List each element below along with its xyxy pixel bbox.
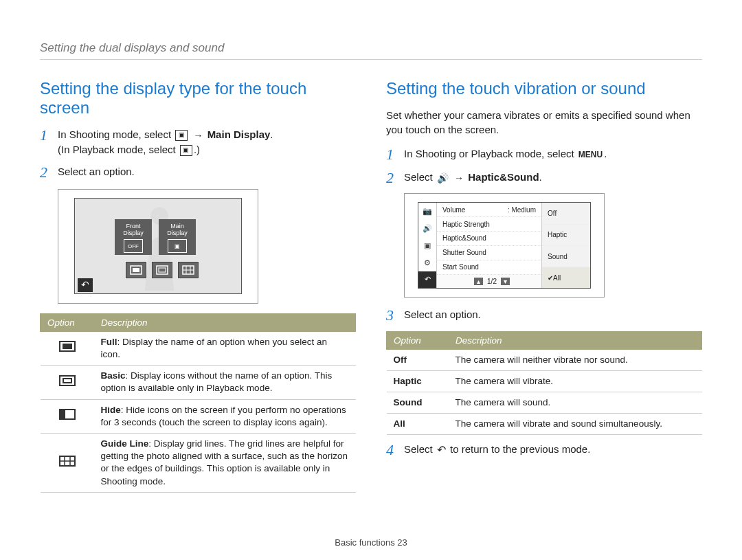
svg-rect-11 bbox=[60, 376, 75, 385]
table-row: AllThe camera will vibrate and sound sim… bbox=[387, 414, 702, 435]
intro-text: Set whether your camera vibrates or emit… bbox=[386, 108, 702, 137]
step-body: In Shooting mode, select ▣ → Main Displa… bbox=[58, 127, 356, 157]
menu-item-haptic-sound[interactable]: Haptic&Sound bbox=[437, 232, 541, 246]
screenshot-display-type: Front Display OFF Main Display ▣ bbox=[58, 189, 258, 304]
table-row: OffThe camera will neither vibrate nor s… bbox=[387, 349, 702, 370]
menu-item-shutter-sound[interactable]: Shutter Sound bbox=[437, 246, 541, 260]
breadcrumb: Setting the dual displays and sound bbox=[40, 41, 702, 55]
table-row: HapticThe camera will vibrate. bbox=[387, 370, 702, 392]
full-icon bbox=[58, 339, 76, 353]
svg-rect-4 bbox=[159, 268, 166, 272]
sound-icon: 🔊 bbox=[437, 174, 449, 182]
right-step-1: 1 In Shooting or Playback mode, select M… bbox=[386, 146, 702, 163]
table-row: Hide: Hide icons on the screen if you pe… bbox=[41, 399, 356, 433]
step-number: 2 bbox=[40, 164, 58, 181]
option-haptic[interactable]: Haptic bbox=[542, 225, 590, 246]
display-mode-icon: ▣ bbox=[168, 239, 187, 253]
haptic-options-table: Option Description OffThe camera will ne… bbox=[386, 331, 702, 436]
display-icon: ▣ bbox=[180, 145, 192, 156]
back-button[interactable]: ↶ bbox=[78, 278, 93, 292]
front-display-card[interactable]: Front Display OFF bbox=[115, 219, 152, 255]
right-step-4: 4 Select ↶ to return to the previous mod… bbox=[386, 442, 702, 458]
right-column: Setting the touch vibration or sound Set… bbox=[386, 79, 702, 500]
left-step-1: 1 In Shooting mode, select ▣ → Main Disp… bbox=[40, 127, 356, 157]
step-number: 4 bbox=[386, 442, 404, 458]
menu-list: Volume: Medium Haptic Strength Haptic&So… bbox=[437, 203, 541, 288]
left-column: Setting the display type for the touch s… bbox=[40, 79, 356, 500]
svg-rect-2 bbox=[133, 268, 139, 272]
step-number: 1 bbox=[40, 127, 58, 144]
step-number: 2 bbox=[386, 170, 404, 186]
table-header-option: Option bbox=[387, 331, 449, 349]
columns: Setting the display type for the touch s… bbox=[40, 79, 702, 500]
svg-rect-10 bbox=[63, 344, 72, 349]
right-heading: Setting the touch vibration or sound bbox=[386, 79, 702, 98]
camera-screen: 📷 🔊 ▣ ⚙ ↶ Volume: Medium Haptic Strength… bbox=[418, 202, 591, 289]
page-footer: Basic functions 23 bbox=[0, 537, 742, 548]
option-off[interactable]: Off bbox=[542, 203, 590, 224]
page-up-icon[interactable]: ▴ bbox=[474, 278, 483, 285]
option-all[interactable]: ✔ All bbox=[542, 267, 590, 288]
camera-screen: Front Display OFF Main Display ▣ bbox=[74, 198, 242, 294]
display-tab-icon[interactable]: ▣ bbox=[418, 237, 436, 254]
svg-rect-12 bbox=[63, 379, 71, 383]
right-step-3: 3 Select an option. bbox=[386, 307, 702, 324]
arrow-icon: → bbox=[454, 174, 464, 182]
table-row: Full: Display the name of an option when… bbox=[41, 331, 356, 365]
hide-icon bbox=[58, 407, 76, 421]
table-header-description: Description bbox=[449, 331, 702, 349]
screenshot-haptic-sound: 📷 🔊 ▣ ⚙ ↶ Volume: Medium Haptic Strength… bbox=[404, 193, 605, 298]
main-display-card[interactable]: Main Display ▣ bbox=[159, 219, 196, 255]
back-button[interactable]: ↶ bbox=[418, 271, 436, 289]
table-row: Basic: Display icons without the name of… bbox=[41, 366, 356, 399]
right-step-2: 2 Select 🔊 → Haptic&Sound. bbox=[386, 170, 702, 186]
display-icon: ▣ bbox=[175, 130, 188, 141]
left-heading: Setting the display type for the touch s… bbox=[40, 79, 356, 117]
menu-icon: MENU bbox=[578, 150, 603, 159]
menu-item-start-sound[interactable]: Start Sound bbox=[437, 260, 541, 275]
menu-item-haptic-strength[interactable]: Haptic Strength bbox=[437, 217, 541, 232]
arrow-icon: → bbox=[193, 131, 203, 139]
camera-tab-icon[interactable]: 📷 bbox=[418, 203, 436, 220]
table-header-option: Option bbox=[41, 313, 94, 331]
menu-item-volume[interactable]: Volume: Medium bbox=[437, 203, 541, 217]
menu-pager: ▴ 1/2 ▾ bbox=[437, 275, 541, 289]
guideline-icon bbox=[58, 454, 76, 468]
menu-tab-rail: 📷 🔊 ▣ ⚙ ↶ bbox=[418, 203, 437, 288]
option-sound[interactable]: Sound bbox=[542, 246, 590, 267]
svg-rect-3 bbox=[157, 266, 168, 274]
svg-rect-14 bbox=[60, 410, 65, 419]
check-icon: ✔ bbox=[548, 274, 553, 282]
page-down-icon[interactable]: ▾ bbox=[501, 278, 510, 285]
display-options-table: Option Description Full: Display the nam… bbox=[40, 313, 356, 493]
sound-tab-icon[interactable]: 🔊 bbox=[418, 220, 436, 237]
table-row: SoundThe camera will sound. bbox=[387, 392, 702, 414]
page-indicator: 1/2 bbox=[487, 278, 497, 285]
basic-icon bbox=[58, 374, 76, 388]
grid-mode-button[interactable] bbox=[178, 262, 199, 278]
basic-mode-button[interactable] bbox=[152, 262, 172, 278]
option-popup: Off Haptic Sound ✔ All bbox=[541, 203, 590, 288]
back-icon: ↶ bbox=[437, 446, 446, 454]
left-step-2: 2 Select an option. bbox=[40, 164, 356, 181]
page: Setting the dual displays and sound Sett… bbox=[0, 0, 742, 560]
table-row: Guide Line: Display grid lines. The grid… bbox=[41, 434, 356, 493]
table-header-description: Description bbox=[94, 313, 356, 331]
full-mode-button[interactable] bbox=[126, 262, 146, 278]
horizontal-rule bbox=[40, 59, 702, 60]
step-number: 3 bbox=[386, 307, 404, 324]
step-number: 1 bbox=[386, 146, 404, 163]
settings-tab-icon[interactable]: ⚙ bbox=[418, 254, 436, 271]
off-badge: OFF bbox=[124, 239, 143, 253]
